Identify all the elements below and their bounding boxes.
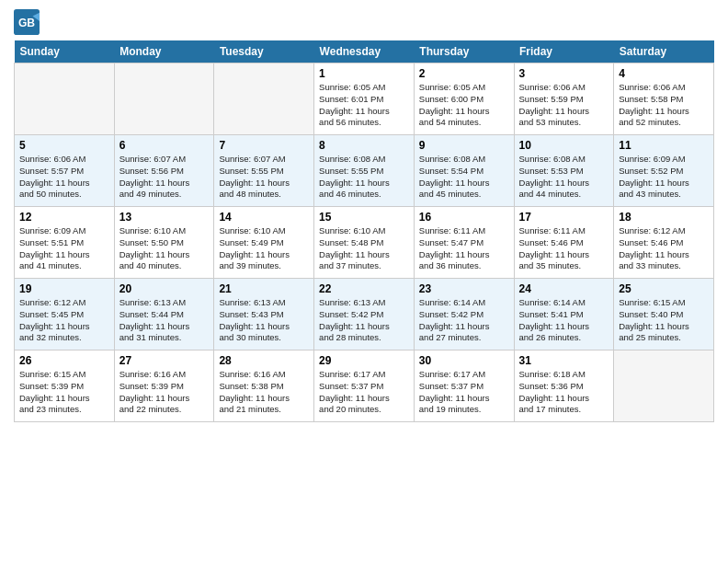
empty-cell (214, 63, 314, 135)
day-info: Sunrise: 6:17 AMSunset: 5:37 PMDaylight:… (319, 369, 409, 416)
day-info: Sunrise: 6:08 AMSunset: 5:53 PMDaylight:… (519, 154, 609, 201)
day-cell-15: 15Sunrise: 6:10 AMSunset: 5:48 PMDayligh… (314, 207, 415, 279)
day-cell-22: 22Sunrise: 6:13 AMSunset: 5:42 PMDayligh… (314, 279, 415, 350)
day-info: Sunrise: 6:06 AMSunset: 5:57 PMDaylight:… (19, 154, 109, 201)
day-cell-9: 9Sunrise: 6:08 AMSunset: 5:54 PMDaylight… (414, 135, 514, 207)
day-number: 11 (619, 139, 709, 152)
day-info: Sunrise: 6:06 AMSunset: 5:59 PMDaylight:… (519, 82, 609, 129)
day-number: 10 (519, 139, 609, 152)
day-cell-1: 1Sunrise: 6:05 AMSunset: 6:01 PMDaylight… (314, 63, 415, 135)
day-info: Sunrise: 6:11 AMSunset: 5:46 PMDaylight:… (519, 225, 609, 272)
day-number: 4 (619, 67, 709, 80)
day-number: 30 (419, 354, 509, 367)
day-cell-7: 7Sunrise: 6:07 AMSunset: 5:55 PMDaylight… (214, 135, 314, 207)
day-info: Sunrise: 6:13 AMSunset: 5:42 PMDaylight:… (319, 297, 409, 344)
day-cell-19: 19Sunrise: 6:12 AMSunset: 5:45 PMDayligh… (15, 279, 115, 350)
day-number: 12 (19, 211, 109, 224)
day-info: Sunrise: 6:05 AMSunset: 6:01 PMDaylight:… (319, 82, 409, 129)
day-cell-14: 14Sunrise: 6:10 AMSunset: 5:49 PMDayligh… (214, 207, 314, 279)
day-number: 6 (119, 139, 210, 152)
svg-text:GB: GB (18, 17, 35, 29)
day-number: 7 (219, 139, 309, 152)
day-info: Sunrise: 6:07 AMSunset: 5:55 PMDaylight:… (219, 154, 309, 201)
day-number: 21 (219, 282, 309, 295)
day-number: 22 (319, 282, 409, 295)
day-info: Sunrise: 6:13 AMSunset: 5:44 PMDaylight:… (119, 297, 210, 344)
weekday-header-friday: Friday (514, 40, 614, 63)
day-cell-31: 31Sunrise: 6:18 AMSunset: 5:36 PMDayligh… (514, 350, 614, 422)
header: GB (14, 9, 714, 35)
logo-icon: GB (14, 9, 40, 35)
day-info: Sunrise: 6:15 AMSunset: 5:39 PMDaylight:… (19, 369, 109, 416)
day-cell-13: 13Sunrise: 6:10 AMSunset: 5:50 PMDayligh… (114, 207, 214, 279)
week-row-5: 26Sunrise: 6:15 AMSunset: 5:39 PMDayligh… (15, 350, 714, 422)
day-info: Sunrise: 6:08 AMSunset: 5:54 PMDaylight:… (419, 154, 509, 201)
day-cell-2: 2Sunrise: 6:05 AMSunset: 6:00 PMDaylight… (414, 63, 514, 135)
day-cell-10: 10Sunrise: 6:08 AMSunset: 5:53 PMDayligh… (514, 135, 614, 207)
weekday-header-sunday: Sunday (15, 40, 115, 63)
day-number: 19 (19, 282, 109, 295)
weekday-header-tuesday: Tuesday (214, 40, 314, 63)
day-number: 5 (19, 139, 109, 152)
day-number: 14 (219, 211, 309, 224)
day-info: Sunrise: 6:16 AMSunset: 5:38 PMDaylight:… (219, 369, 309, 416)
day-cell-16: 16Sunrise: 6:11 AMSunset: 5:47 PMDayligh… (414, 207, 514, 279)
day-number: 16 (419, 211, 509, 224)
day-cell-5: 5Sunrise: 6:06 AMSunset: 5:57 PMDaylight… (15, 135, 115, 207)
day-number: 8 (319, 139, 409, 152)
empty-cell (614, 350, 714, 422)
day-info: Sunrise: 6:12 AMSunset: 5:45 PMDaylight:… (19, 297, 109, 344)
empty-cell (114, 63, 214, 135)
day-info: Sunrise: 6:10 AMSunset: 5:50 PMDaylight:… (119, 225, 210, 272)
day-info: Sunrise: 6:10 AMSunset: 5:49 PMDaylight:… (219, 225, 309, 272)
calendar-container: GB SundayMondayTuesdayWednesdayThursdayF… (0, 0, 728, 563)
day-cell-11: 11Sunrise: 6:09 AMSunset: 5:52 PMDayligh… (614, 135, 714, 207)
day-cell-6: 6Sunrise: 6:07 AMSunset: 5:56 PMDaylight… (114, 135, 214, 207)
day-number: 9 (419, 139, 509, 152)
day-info: Sunrise: 6:13 AMSunset: 5:43 PMDaylight:… (219, 297, 309, 344)
day-number: 28 (219, 354, 309, 367)
day-number: 13 (119, 211, 210, 224)
calendar-table: SundayMondayTuesdayWednesdayThursdayFrid… (14, 40, 714, 422)
day-info: Sunrise: 6:10 AMSunset: 5:48 PMDaylight:… (319, 225, 409, 272)
day-cell-24: 24Sunrise: 6:14 AMSunset: 5:41 PMDayligh… (514, 279, 614, 350)
day-cell-3: 3Sunrise: 6:06 AMSunset: 5:59 PMDaylight… (514, 63, 614, 135)
day-number: 27 (119, 354, 210, 367)
week-row-2: 5Sunrise: 6:06 AMSunset: 5:57 PMDaylight… (15, 135, 714, 207)
day-number: 15 (319, 211, 409, 224)
day-number: 24 (519, 282, 609, 295)
week-row-4: 19Sunrise: 6:12 AMSunset: 5:45 PMDayligh… (15, 279, 714, 350)
day-info: Sunrise: 6:06 AMSunset: 5:58 PMDaylight:… (619, 82, 709, 129)
day-info: Sunrise: 6:12 AMSunset: 5:46 PMDaylight:… (619, 225, 709, 272)
day-number: 3 (519, 67, 609, 80)
day-number: 18 (619, 211, 709, 224)
day-cell-29: 29Sunrise: 6:17 AMSunset: 5:37 PMDayligh… (314, 350, 415, 422)
day-info: Sunrise: 6:05 AMSunset: 6:00 PMDaylight:… (419, 82, 509, 129)
day-cell-30: 30Sunrise: 6:17 AMSunset: 5:37 PMDayligh… (414, 350, 514, 422)
day-number: 26 (19, 354, 109, 367)
day-info: Sunrise: 6:09 AMSunset: 5:52 PMDaylight:… (619, 154, 709, 201)
week-row-1: 1Sunrise: 6:05 AMSunset: 6:01 PMDaylight… (15, 63, 714, 135)
day-number: 20 (119, 282, 210, 295)
day-number: 17 (519, 211, 609, 224)
weekday-header-thursday: Thursday (414, 40, 514, 63)
day-cell-8: 8Sunrise: 6:08 AMSunset: 5:55 PMDaylight… (314, 135, 415, 207)
day-cell-27: 27Sunrise: 6:16 AMSunset: 5:39 PMDayligh… (114, 350, 214, 422)
day-number: 29 (319, 354, 409, 367)
day-cell-4: 4Sunrise: 6:06 AMSunset: 5:58 PMDaylight… (614, 63, 714, 135)
day-info: Sunrise: 6:17 AMSunset: 5:37 PMDaylight:… (419, 369, 509, 416)
week-row-3: 12Sunrise: 6:09 AMSunset: 5:51 PMDayligh… (15, 207, 714, 279)
day-cell-17: 17Sunrise: 6:11 AMSunset: 5:46 PMDayligh… (514, 207, 614, 279)
empty-cell (15, 63, 115, 135)
day-number: 31 (519, 354, 609, 367)
day-cell-23: 23Sunrise: 6:14 AMSunset: 5:42 PMDayligh… (414, 279, 514, 350)
day-info: Sunrise: 6:14 AMSunset: 5:42 PMDaylight:… (419, 297, 509, 344)
day-info: Sunrise: 6:15 AMSunset: 5:40 PMDaylight:… (619, 297, 709, 344)
day-info: Sunrise: 6:14 AMSunset: 5:41 PMDaylight:… (519, 297, 609, 344)
day-info: Sunrise: 6:08 AMSunset: 5:55 PMDaylight:… (319, 154, 409, 201)
weekday-header-monday: Monday (114, 40, 214, 63)
weekday-header-wednesday: Wednesday (314, 40, 415, 63)
day-cell-18: 18Sunrise: 6:12 AMSunset: 5:46 PMDayligh… (614, 207, 714, 279)
day-number: 2 (419, 67, 509, 80)
day-number: 23 (419, 282, 509, 295)
